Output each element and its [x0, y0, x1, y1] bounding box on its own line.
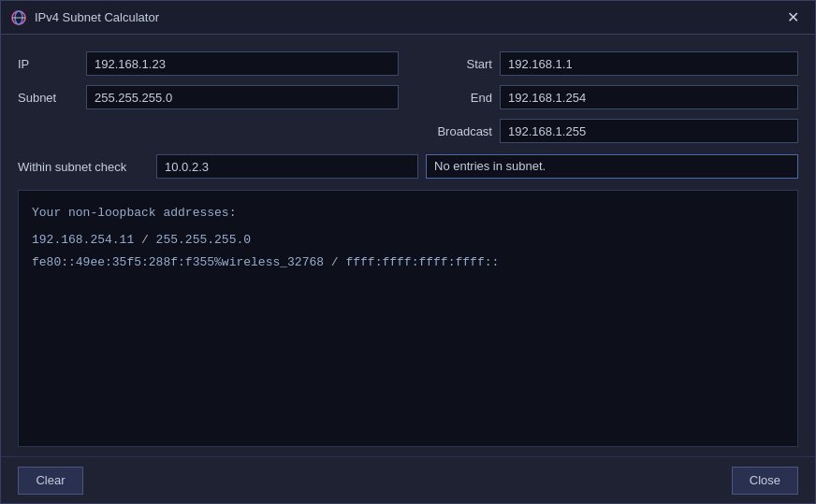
subnet-result: No entries in subnet.	[426, 154, 798, 179]
subnet-input[interactable]	[86, 85, 399, 109]
footer: Clear Close	[1, 456, 815, 503]
left-fields: IP Subnet	[18, 51, 399, 143]
start-label: Start	[417, 57, 492, 71]
within-subnet-label: Within subnet check	[18, 160, 149, 174]
info-box: Your non-loopback addresses: 192.168.254…	[18, 190, 798, 447]
clear-button[interactable]: Clear	[18, 467, 83, 495]
close-button[interactable]: Close	[732, 467, 798, 495]
window-title: IPv4 Subnet Calculator	[35, 10, 159, 24]
subnet-label: Subnet	[18, 91, 79, 105]
info-header: Your non-loopback addresses:	[32, 202, 784, 223]
top-section: IP Subnet Start End Br	[18, 51, 798, 143]
end-row: End	[417, 85, 798, 109]
info-line1: 192.168.254.11 / 255.255.255.0	[32, 229, 784, 251]
end-label: End	[417, 91, 492, 105]
app-icon	[10, 9, 27, 26]
broadcast-label: Broadcast	[417, 124, 492, 138]
ip-input[interactable]	[86, 51, 399, 76]
ip-label: IP	[18, 57, 79, 71]
start-input[interactable]	[500, 51, 798, 76]
broadcast-row: Broadcast	[417, 119, 798, 143]
start-row: Start	[417, 51, 798, 76]
right-fields: Start End Broadcast	[417, 51, 798, 143]
within-subnet-input[interactable]	[156, 154, 418, 179]
main-window: IPv4 Subnet Calculator ✕ IP Subnet S	[0, 0, 816, 504]
title-bar-left: IPv4 Subnet Calculator	[10, 9, 159, 26]
broadcast-input[interactable]	[500, 119, 798, 143]
end-input[interactable]	[500, 85, 798, 109]
ip-row: IP	[18, 51, 399, 76]
title-bar: IPv4 Subnet Calculator ✕	[1, 1, 815, 35]
info-line2: fe80::49ee:35f5:288f:f355%wireless_32768…	[32, 252, 784, 273]
subnet-row: Subnet	[18, 85, 399, 109]
within-subnet-section: Within subnet check No entries in subnet…	[18, 154, 798, 179]
window-close-button[interactable]: ✕	[780, 5, 806, 31]
content-area: IP Subnet Start End Br	[1, 35, 815, 456]
